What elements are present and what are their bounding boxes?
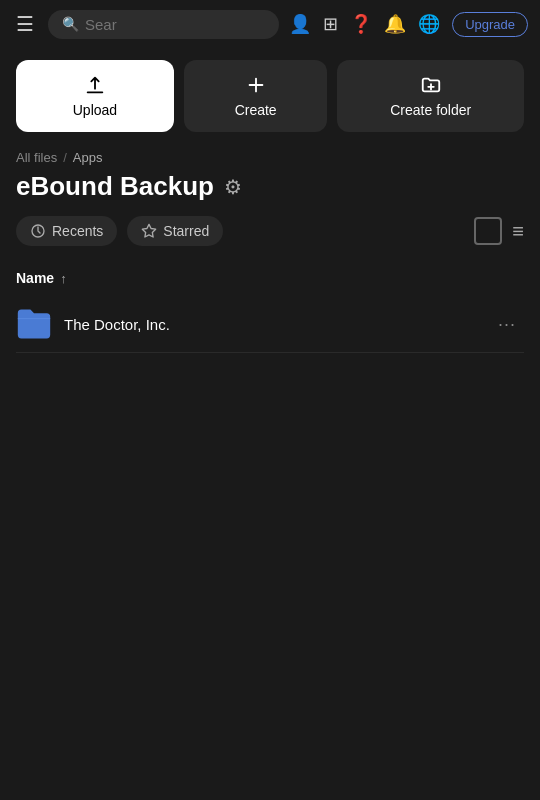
avatar[interactable]: 🌐 (418, 13, 440, 35)
hamburger-icon[interactable]: ☰ (12, 8, 38, 40)
list-view-icon[interactable]: ≡ (512, 220, 524, 243)
sort-arrow[interactable]: ↑ (60, 271, 67, 286)
create-folder-icon (420, 74, 442, 96)
help-icon[interactable]: ❓ (350, 13, 372, 35)
star-icon (141, 223, 157, 239)
notifications-icon[interactable]: 🔔 (384, 13, 406, 35)
search-box[interactable]: 🔍 (48, 10, 279, 39)
table-row[interactable]: The Doctor, Inc. ··· (16, 296, 524, 353)
recents-label: Recents (52, 223, 103, 239)
search-icon: 🔍 (62, 16, 79, 32)
view-icons: ≡ (474, 217, 524, 245)
more-options-button[interactable]: ··· (490, 310, 524, 339)
title-row: eBound Backup ⚙ (0, 167, 540, 216)
recents-filter[interactable]: Recents (16, 216, 117, 246)
gear-icon[interactable]: ⚙ (224, 175, 242, 199)
name-column-label[interactable]: Name (16, 270, 54, 286)
breadcrumb-current: Apps (73, 150, 103, 165)
select-all-checkbox[interactable] (474, 217, 502, 245)
create-icon (245, 74, 267, 96)
upload-icon (84, 74, 106, 96)
breadcrumb-root[interactable]: All files (16, 150, 57, 165)
create-folder-button[interactable]: Create folder (337, 60, 524, 132)
file-list: The Doctor, Inc. ··· (0, 296, 540, 353)
starred-label: Starred (163, 223, 209, 239)
profile-icon[interactable]: 👤 (289, 13, 311, 35)
starred-filter[interactable]: Starred (127, 216, 223, 246)
filter-row: Recents Starred ≡ (0, 216, 540, 262)
upload-label: Upload (73, 102, 117, 118)
top-bar: ☰ 🔍 👤 ⊞ ❓ 🔔 🌐 Upgrade (0, 0, 540, 48)
create-button[interactable]: Create (184, 60, 328, 132)
action-buttons: Upload Create Create folder (0, 48, 540, 144)
breadcrumb-separator: / (63, 150, 67, 165)
folder-icon (16, 306, 52, 342)
search-input[interactable] (85, 16, 265, 33)
apps-grid-icon[interactable]: ⊞ (323, 13, 338, 35)
file-name: The Doctor, Inc. (64, 316, 478, 333)
create-folder-label: Create folder (390, 102, 471, 118)
breadcrumb: All files / Apps (0, 144, 540, 167)
top-icons: 👤 ⊞ ❓ 🔔 🌐 Upgrade (289, 12, 528, 37)
upgrade-button[interactable]: Upgrade (452, 12, 528, 37)
upload-button[interactable]: Upload (16, 60, 174, 132)
svg-marker-1 (143, 224, 156, 237)
create-label: Create (235, 102, 277, 118)
name-header: Name ↑ (0, 262, 540, 296)
recents-icon (30, 223, 46, 239)
page-title: eBound Backup (16, 171, 214, 202)
page-rest (0, 353, 540, 703)
